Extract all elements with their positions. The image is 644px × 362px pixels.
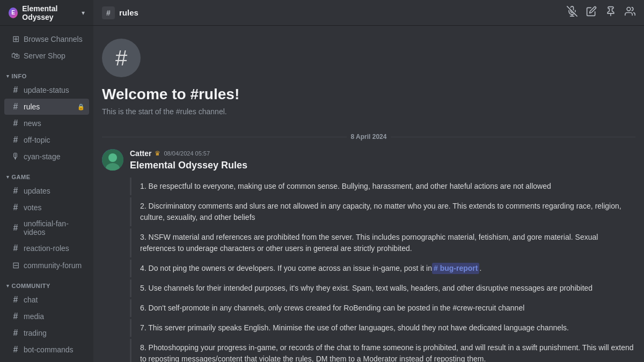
- hash-icon: #: [11, 135, 20, 145]
- hash-icon: #: [11, 328, 20, 338]
- rule-text: 1. Be respectful to everyone, making use…: [140, 181, 551, 192]
- sidebar-item-unofficial-fan-videos[interactable]: # unofficial-fan-videos: [4, 216, 89, 240]
- hash-icon: #: [11, 102, 20, 112]
- welcome-section: # Welcome to #rules! This is the start o…: [102, 26, 635, 124]
- sidebar-item-chat[interactable]: # chat: [4, 292, 89, 308]
- sidebar-item-updates[interactable]: # updates: [4, 183, 89, 199]
- channel-link[interactable]: # bug-report: [432, 263, 479, 274]
- hash-icon: #: [11, 186, 20, 196]
- rule-item: 8. Photoshopping your progress in-game, …: [130, 339, 635, 362]
- rule-item: 6. Don't self-promote in any channels, o…: [130, 299, 635, 317]
- rule-item: 1. Be respectful to everyone, making use…: [130, 178, 635, 195]
- category-info[interactable]: ▾ INFO: [0, 64, 93, 82]
- sidebar-item-bot-commands[interactable]: # bot-commands: [4, 342, 89, 358]
- shop-icon: 🛍: [11, 51, 20, 61]
- message-title: Elemental Odyssey Rules: [130, 160, 635, 171]
- date-divider-text: 8 April 2024: [351, 133, 387, 141]
- mute-icon[interactable]: [567, 6, 577, 19]
- sidebar-item-community-forum[interactable]: ⊟ community-forum: [4, 257, 89, 274]
- channel-label: news: [24, 119, 41, 128]
- category-arrow-icon: ▾: [6, 283, 10, 289]
- category-info-label: INFO: [12, 73, 27, 79]
- chevron-down-icon: ▾: [82, 9, 85, 17]
- message-author: Catter: [130, 149, 151, 158]
- sidebar-item-reaction-roles[interactable]: # reaction-roles: [4, 240, 89, 256]
- stage-icon: 🎙: [11, 152, 20, 161]
- members-icon[interactable]: [625, 6, 635, 19]
- rule-text-end: .: [479, 263, 481, 274]
- channel-label: community-forum: [24, 261, 82, 270]
- channel-label: trading: [24, 329, 47, 337]
- sidebar-item-update-status[interactable]: # update-status: [4, 82, 89, 98]
- channel-label: cyan-stage: [24, 152, 60, 161]
- sidebar-item-cyan-stage[interactable]: 🎙 cyan-stage: [4, 149, 89, 165]
- sidebar-item-server-shop[interactable]: 🛍 Server Shop: [4, 48, 89, 64]
- rule-text: 3. NSFW material and references are proh…: [140, 232, 635, 254]
- server-header-left: E Elemental Odyssey: [9, 4, 82, 21]
- rule-item: 4. Do not ping the owners or developers.…: [130, 260, 635, 277]
- welcome-subtitle: This is the start of the #rules channel.: [102, 107, 635, 116]
- hash-icon: #: [11, 243, 20, 253]
- message-timestamp: 08/04/2024 05:57: [164, 150, 210, 157]
- pin-icon[interactable]: [605, 6, 616, 19]
- channel-header-name: rules: [119, 8, 138, 17]
- sidebar-item-trading[interactable]: # trading: [4, 325, 89, 341]
- channel-label: media: [24, 312, 44, 321]
- sidebar-item-rules[interactable]: # rules 🔒: [4, 99, 89, 115]
- sidebar-item-media[interactable]: # media: [4, 308, 89, 324]
- main-content: # rules: [93, 0, 644, 362]
- message-meta: Catter ♛ 08/04/2024 05:57: [130, 149, 635, 158]
- forum-icon: ⊟: [11, 260, 20, 270]
- hash-icon: #: [11, 119, 20, 128]
- server-header[interactable]: E Elemental Odyssey ▾: [0, 0, 93, 26]
- hash-icon: #: [11, 312, 20, 321]
- category-community-label: COMMUNITY: [12, 283, 50, 289]
- lock-icon: 🔒: [77, 104, 85, 110]
- server-icon: E: [9, 8, 18, 18]
- rule-text: 8. Photoshopping your progress in-game, …: [140, 342, 635, 362]
- divider-line-left: [102, 137, 347, 137]
- rule-text: 2. Discriminatory comments and slurs are…: [140, 201, 635, 223]
- rules-list: 1. Be respectful to everyone, making use…: [130, 178, 635, 362]
- channel-label: off-topic: [24, 136, 50, 144]
- sidebar-item-browse-channels[interactable]: ⊞ Browse Channels: [4, 31, 89, 47]
- server-shop-label: Server Shop: [24, 51, 65, 60]
- welcome-title: Welcome to #rules!: [102, 86, 635, 103]
- avatar: [102, 149, 123, 171]
- channel-label: votes: [24, 203, 41, 212]
- category-arrow-icon: ▾: [6, 73, 10, 79]
- channel-label: update-status: [24, 86, 69, 94]
- sidebar-item-off-topic[interactable]: # off-topic: [4, 132, 89, 148]
- category-game-label: GAME: [12, 174, 31, 180]
- rule-item: 7. This server primarily speaks English.…: [130, 319, 635, 337]
- edit-icon[interactable]: [586, 6, 597, 19]
- header-actions: [567, 6, 635, 19]
- message-content: Catter ♛ 08/04/2024 05:57 Elemental Odys…: [130, 149, 635, 362]
- message-group: Catter ♛ 08/04/2024 05:57 Elemental Odys…: [102, 149, 635, 362]
- category-arrow-icon: ▾: [6, 174, 10, 180]
- channel-label: chat: [24, 295, 38, 304]
- rule-text: 7. This server primarily speaks English.…: [140, 322, 569, 334]
- svg-point-6: [108, 153, 117, 162]
- hash-icon: #: [11, 203, 20, 212]
- sidebar-item-news[interactable]: # news: [4, 115, 89, 131]
- svg-point-4: [627, 8, 631, 11]
- messages-area[interactable]: # Welcome to #rules! This is the start o…: [93, 26, 644, 362]
- crown-icon: ♛: [155, 150, 160, 157]
- category-game[interactable]: ▾ GAME: [0, 165, 93, 182]
- channel-label: bot-commands: [24, 345, 74, 354]
- sidebar-item-votes[interactable]: # votes: [4, 200, 89, 216]
- channel-label: rules: [24, 102, 40, 111]
- rule-text: 6. Don't self-promote in any channels, o…: [140, 302, 524, 314]
- hash-icon: #: [106, 9, 111, 17]
- date-divider: 8 April 2024: [102, 133, 635, 141]
- sidebar: E Elemental Odyssey ▾ ⊞ Browse Channels …: [0, 0, 93, 362]
- browse-icon: ⊞: [11, 34, 20, 44]
- channel-header-icon: #: [102, 6, 115, 19]
- channel-label: reaction-roles: [24, 244, 69, 253]
- rule-item: 3. NSFW material and references are proh…: [130, 228, 635, 257]
- category-community[interactable]: ▾ COMMUNITY: [0, 274, 93, 291]
- hash-icon: #: [11, 223, 20, 233]
- hash-icon: #: [11, 295, 20, 305]
- sidebar-item-bug-report[interactable]: # bug-report: [4, 358, 89, 362]
